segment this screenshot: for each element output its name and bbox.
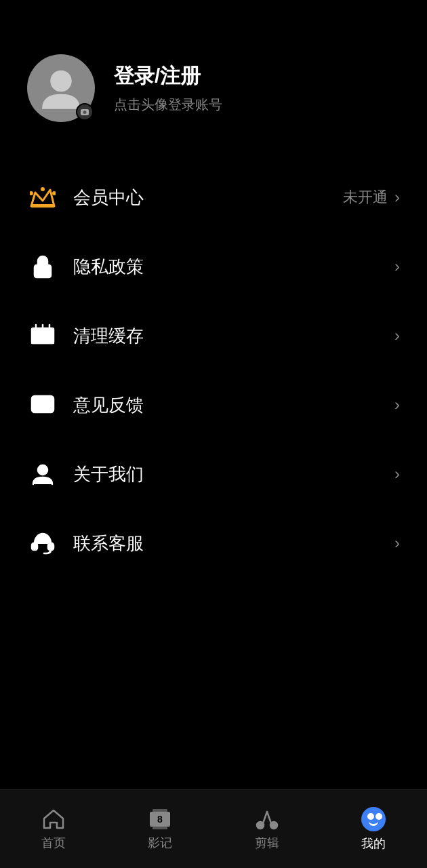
feedback-icon bbox=[27, 389, 58, 420]
contact-label: 联系客服 bbox=[73, 532, 394, 555]
person-icon bbox=[37, 64, 85, 112]
chevron-icon: › bbox=[394, 465, 400, 484]
svg-rect-28 bbox=[152, 827, 167, 829]
vip-label: 会员中心 bbox=[73, 186, 343, 210]
edit-label: 剪辑 bbox=[255, 835, 279, 851]
nav-item-yingji[interactable]: 8 影记 bbox=[107, 808, 214, 851]
svg-point-6 bbox=[41, 187, 45, 191]
yingji-icon: 8 bbox=[148, 808, 171, 831]
svg-point-2 bbox=[83, 111, 87, 114]
nav-item-home[interactable]: 首页 bbox=[0, 808, 107, 851]
svg-point-5 bbox=[30, 191, 33, 195]
menu-item-contact[interactable]: 联系客服 › bbox=[0, 509, 427, 578]
headphone-icon bbox=[29, 530, 56, 556]
mine-label: 我的 bbox=[361, 835, 386, 852]
menu-item-feedback[interactable]: 意见反馈 › bbox=[0, 370, 427, 439]
svg-point-22 bbox=[38, 465, 47, 475]
menu-item-cache[interactable]: 清理缓存 › bbox=[0, 301, 427, 370]
svg-point-7 bbox=[52, 191, 56, 195]
chevron-icon: › bbox=[394, 257, 400, 276]
cache-label: 清理缓存 bbox=[73, 324, 394, 348]
avatar-badge bbox=[76, 103, 94, 121]
home-label: 首页 bbox=[41, 835, 66, 851]
svg-rect-13 bbox=[42, 332, 46, 336]
nav-item-edit[interactable]: 剪辑 bbox=[214, 808, 321, 851]
privacy-label: 隐私政策 bbox=[73, 255, 394, 279]
contact-icon bbox=[27, 528, 58, 559]
scissors-icon bbox=[255, 808, 279, 831]
about-icon bbox=[27, 458, 58, 490]
svg-rect-12 bbox=[35, 332, 39, 336]
svg-line-33 bbox=[267, 812, 271, 823]
svg-rect-24 bbox=[48, 543, 54, 550]
menu-section: 会员中心 未开通 › 隐私政策 › bbox=[0, 163, 427, 578]
cache-icon bbox=[27, 320, 58, 351]
bottom-nav: 首页 8 影记 剪辑 我的 bbox=[0, 789, 427, 868]
lock-icon bbox=[30, 254, 56, 279]
yingji-label: 影记 bbox=[148, 835, 172, 851]
profile-section[interactable]: 登录/注册 点击头像登录账号 bbox=[0, 0, 427, 156]
about-label: 关于我们 bbox=[73, 462, 394, 486]
about-right: › bbox=[394, 465, 400, 484]
svg-point-21 bbox=[46, 403, 49, 406]
svg-rect-23 bbox=[32, 543, 37, 550]
face-icon bbox=[361, 807, 386, 831]
crown-icon bbox=[27, 182, 58, 213]
vip-right: 未开通 › bbox=[343, 187, 400, 208]
privacy-icon bbox=[27, 251, 58, 282]
cache-right: › bbox=[394, 326, 400, 345]
menu-item-privacy[interactable]: 隐私政策 › bbox=[0, 232, 427, 301]
mine-icon bbox=[361, 807, 386, 831]
privacy-right: › bbox=[394, 257, 400, 276]
svg-text:8: 8 bbox=[157, 814, 163, 825]
person-outline-icon bbox=[30, 461, 56, 487]
profile-text: 登录/注册 点击头像登录账号 bbox=[114, 62, 222, 114]
feedback-right: › bbox=[394, 395, 400, 414]
menu-item-about[interactable]: 关于我们 › bbox=[0, 439, 427, 509]
clean-icon bbox=[29, 323, 56, 349]
avatar[interactable] bbox=[27, 54, 95, 122]
nav-item-mine[interactable]: 我的 bbox=[321, 807, 428, 852]
svg-point-19 bbox=[37, 403, 40, 406]
svg-line-32 bbox=[263, 812, 267, 823]
chevron-icon: › bbox=[394, 326, 400, 345]
chevron-icon: › bbox=[394, 188, 400, 207]
svg-rect-4 bbox=[31, 204, 54, 208]
feedback-label: 意见反馈 bbox=[73, 393, 394, 417]
crown-svg bbox=[30, 187, 56, 208]
vip-status: 未开通 bbox=[343, 187, 388, 208]
camera-small-icon bbox=[80, 107, 89, 117]
chat-icon bbox=[29, 392, 56, 418]
svg-point-0 bbox=[50, 71, 72, 92]
chevron-icon: › bbox=[394, 395, 400, 414]
home-icon bbox=[42, 808, 65, 831]
svg-rect-27 bbox=[152, 809, 167, 812]
svg-marker-3 bbox=[31, 190, 54, 206]
svg-point-20 bbox=[41, 403, 45, 406]
chevron-icon: › bbox=[394, 534, 400, 553]
contact-right: › bbox=[394, 534, 400, 553]
menu-item-vip[interactable]: 会员中心 未开通 › bbox=[0, 163, 427, 232]
login-subtitle: 点击头像登录账号 bbox=[114, 96, 222, 114]
login-title: 登录/注册 bbox=[114, 62, 222, 90]
